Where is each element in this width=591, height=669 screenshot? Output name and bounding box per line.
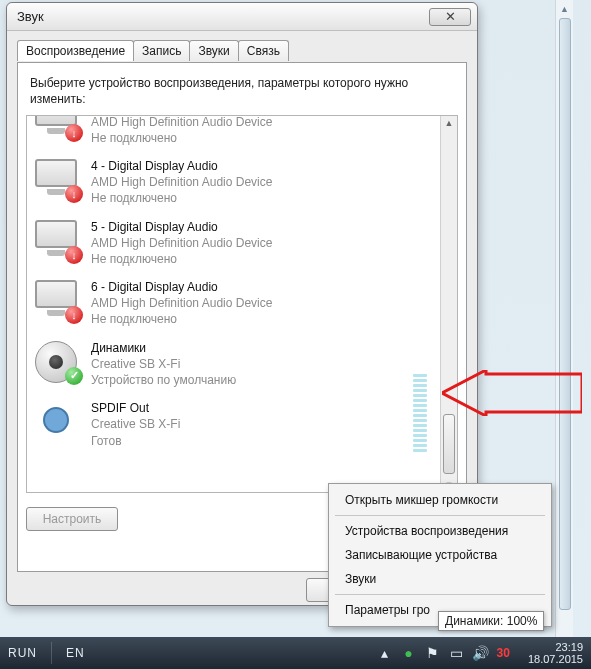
outer-scrollbar[interactable]: ▲ [555, 0, 573, 640]
tab-recording[interactable]: Запись [133, 40, 190, 61]
device-desc: Creative SB X-Fi [91, 356, 236, 372]
device-list[interactable]: 3 - Digital Display Audio AMD High Defin… [27, 116, 440, 492]
menu-recording-devices[interactable]: Записывающие устройства [331, 543, 549, 567]
device-item[interactable]: Динамики Creative SB X-Fi Устройство по … [27, 335, 440, 396]
volume-tooltip: Динамики: 100% [438, 611, 544, 631]
instruction-text: Выберите устройство воспроизведения, пар… [30, 75, 458, 107]
device-status: Не подключено [91, 190, 272, 206]
scroll-up-icon: ▲ [445, 118, 454, 128]
device-status: Готов [91, 433, 180, 449]
tab-sounds[interactable]: Звуки [189, 40, 238, 61]
device-list-box: 3 - Digital Display Audio AMD High Defin… [26, 115, 458, 493]
close-button[interactable]: ✕ [429, 8, 471, 26]
tray-battery-icon[interactable]: ▭ [449, 645, 465, 661]
default-badge-icon [65, 367, 83, 385]
device-desc: AMD High Definition Audio Device [91, 116, 272, 129]
device-name: Динамики [91, 340, 236, 356]
device-desc: AMD High Definition Audio Device [91, 174, 272, 190]
display-device-icon [35, 280, 81, 322]
scrollbar-thumb[interactable] [559, 18, 571, 610]
device-item[interactable]: 3 - Digital Display Audio AMD High Defin… [27, 116, 440, 153]
tray-flag-icon[interactable]: ⚑ [425, 645, 441, 661]
error-badge-icon [65, 124, 83, 142]
taskbar[interactable]: RUN EN ▴ ● ⚑ ▭ 🔊 30 23:19 18.07.2015 [0, 637, 591, 669]
scroll-up-icon: ▲ [560, 4, 569, 14]
tray-status-icon[interactable]: ● [401, 645, 417, 661]
speaker-device-icon [35, 341, 81, 383]
language-indicator[interactable]: EN [66, 646, 85, 660]
device-name: 5 - Digital Display Audio [91, 219, 272, 235]
device-status: Устройство по умолчанию [91, 372, 236, 388]
device-status: Не подключено [91, 251, 272, 267]
device-item[interactable]: 5 - Digital Display Audio AMD High Defin… [27, 214, 440, 275]
configure-button[interactable]: Настроить [26, 507, 118, 531]
window-title: Звук [17, 9, 429, 24]
menu-open-mixer[interactable]: Открыть микшер громкости [331, 488, 549, 512]
spdif-device-icon [35, 401, 81, 443]
list-scrollbar[interactable]: ▲ ▼ [440, 116, 457, 492]
error-badge-icon [65, 246, 83, 264]
display-device-icon [35, 116, 81, 140]
clock-date: 18.07.2015 [528, 653, 583, 665]
device-item[interactable]: 4 - Digital Display Audio AMD High Defin… [27, 153, 440, 214]
device-name: 4 - Digital Display Audio [91, 158, 272, 174]
tray-volume-icon[interactable]: 🔊 [473, 645, 489, 661]
device-item[interactable]: 6 - Digital Display Audio AMD High Defin… [27, 274, 440, 335]
error-badge-icon [65, 306, 83, 324]
menu-separator [335, 594, 545, 595]
volume-meter [413, 374, 427, 452]
scrollbar-thumb[interactable] [443, 414, 455, 474]
device-item[interactable]: SPDIF Out Creative SB X-Fi Готов [27, 395, 440, 456]
tabs: Воспроизведение Запись Звуки Связь [17, 40, 467, 61]
tray-indicator[interactable]: 30 [497, 646, 510, 660]
close-icon: ✕ [445, 9, 456, 24]
menu-sounds[interactable]: Звуки [331, 567, 549, 591]
device-desc: Creative SB X-Fi [91, 416, 180, 432]
menu-separator [335, 515, 545, 516]
menu-playback-devices[interactable]: Устройства воспроизведения [331, 519, 549, 543]
error-badge-icon [65, 185, 83, 203]
taskbar-clock[interactable]: 23:19 18.07.2015 [528, 641, 583, 665]
clock-time: 23:19 [528, 641, 583, 653]
display-device-icon [35, 220, 81, 262]
titlebar[interactable]: Звук ✕ [7, 3, 477, 31]
device-name: 6 - Digital Display Audio [91, 279, 272, 295]
tab-communications[interactable]: Связь [238, 40, 289, 61]
device-status: Не подключено [91, 311, 272, 327]
device-desc: AMD High Definition Audio Device [91, 235, 272, 251]
tab-playback[interactable]: Воспроизведение [17, 40, 134, 61]
tray-up-icon[interactable]: ▴ [377, 645, 393, 661]
display-device-icon [35, 159, 81, 201]
taskbar-app-label[interactable]: RUN [8, 646, 37, 660]
system-tray: ▴ ● ⚑ ▭ 🔊 30 23:19 18.07.2015 [377, 641, 583, 665]
device-desc: AMD High Definition Audio Device [91, 295, 272, 311]
device-status: Не подключено [91, 130, 272, 146]
device-name: SPDIF Out [91, 400, 180, 416]
tray-context-menu: Открыть микшер громкости Устройства восп… [328, 483, 552, 627]
